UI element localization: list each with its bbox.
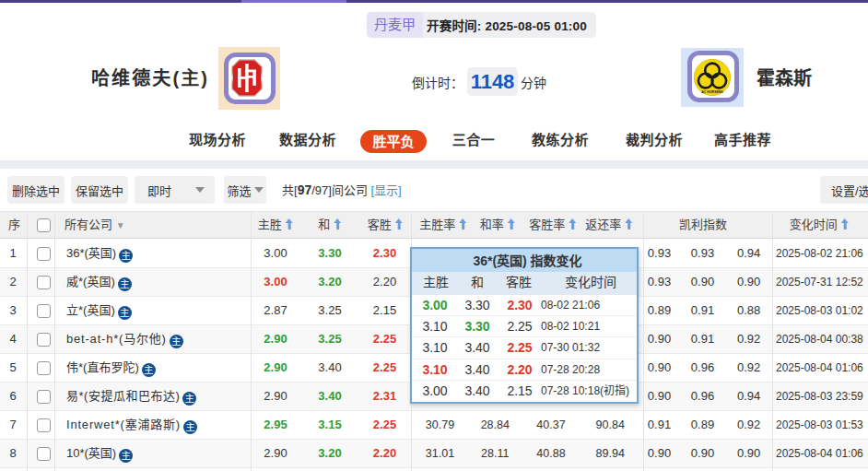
svg-text:AC HORSENS: AC HORSENS (701, 90, 723, 94)
